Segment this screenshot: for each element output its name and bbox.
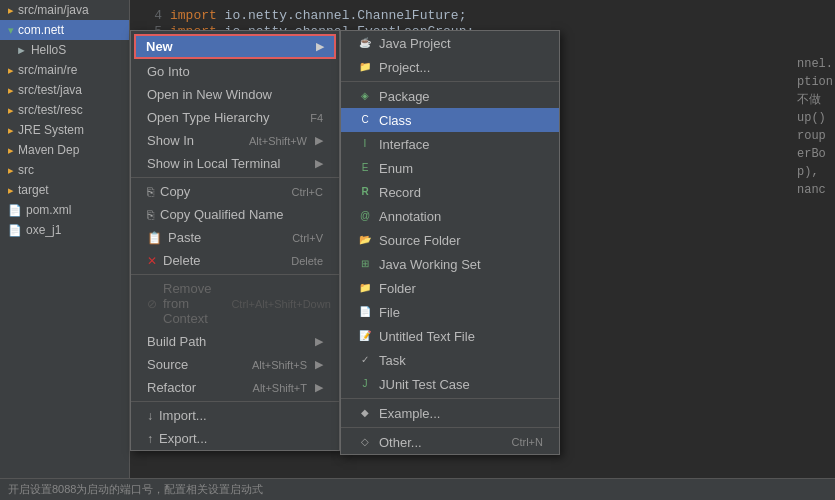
sidebar-item-src[interactable]: ▸ src (0, 160, 129, 180)
record-icon: R (357, 184, 373, 200)
ctx-item-package[interactable]: ◈ Package (341, 84, 559, 108)
ctx-item-build-path[interactable]: Build Path ▶ (131, 330, 339, 353)
paste-icon: 📋 (147, 231, 162, 245)
ctx-item-other[interactable]: ◇ Other... Ctrl+N (341, 430, 559, 454)
folder-icon: ▸ (8, 164, 14, 177)
sidebar: ▸ src/main/java ▾ com.nett ► HelloS ▸ sr… (0, 0, 130, 500)
ctx-item-copy[interactable]: ⎘ Copy Ctrl+C (131, 180, 339, 203)
ctx-item-file[interactable]: 📄 File (341, 300, 559, 324)
folder-icon: 📁 (357, 280, 373, 296)
export-icon: ↑ (147, 432, 153, 446)
file-icon: 📄 (8, 224, 22, 237)
annotation-icon: @ (357, 208, 373, 224)
separator (341, 398, 559, 399)
sidebar-item-src-test-java[interactable]: ▸ src/test/java (0, 80, 129, 100)
import-icon: ↓ (147, 409, 153, 423)
arrow-icon: ▶ (315, 358, 323, 371)
ctx-item-show-in[interactable]: Show In Alt+Shift+W ▶ (131, 129, 339, 152)
status-text: 开启设置8088为启动的端口号，配置相关设置启动式 (8, 482, 263, 497)
enum-icon: E (357, 160, 373, 176)
untitled-file-icon: 📝 (357, 328, 373, 344)
ctx-item-untitled-text-file[interactable]: 📝 Untitled Text File (341, 324, 559, 348)
sidebar-item-src-main-java[interactable]: ▸ src/main/java (0, 0, 129, 20)
ctx-item-project[interactable]: 📁 Project... (341, 55, 559, 79)
right-panel-text: nnel. ption 不做 up() roup erBo p), nanc (797, 55, 833, 199)
separator (131, 401, 339, 402)
ctx-item-interface[interactable]: I Interface (341, 132, 559, 156)
ctx-item-source-folder[interactable]: 📂 Source Folder (341, 228, 559, 252)
example-icon: ◆ (357, 405, 373, 421)
context-menu-level1: New ▶ Go Into Open in New Window Open Ty… (130, 30, 340, 451)
java-project-icon: ☕ (357, 35, 373, 51)
sidebar-item-src-main-re[interactable]: ▸ src/main/re (0, 60, 129, 80)
folder-icon: ▸ (8, 184, 14, 197)
folder-icon: ▸ (8, 4, 14, 17)
sidebar-item-pom[interactable]: 📄 pom.xml (0, 200, 129, 220)
delete-icon: ✕ (147, 254, 157, 268)
sidebar-item-oxe[interactable]: 📄 oxe_j1 (0, 220, 129, 240)
ctx-item-source[interactable]: Source Alt+Shift+S ▶ (131, 353, 339, 376)
arrow-icon: ▶ (315, 157, 323, 170)
ctx-item-class[interactable]: C Class (341, 108, 559, 132)
ctx-item-java-working-set[interactable]: ⊞ Java Working Set (341, 252, 559, 276)
other-icon: ◇ (357, 434, 373, 450)
sidebar-item-target[interactable]: ▸ target (0, 180, 129, 200)
folder-icon: ▸ (8, 84, 14, 97)
folder-icon: ▸ (8, 124, 14, 137)
ctx-item-delete[interactable]: ✕ Delete Delete (131, 249, 339, 272)
ctx-item-export[interactable]: ↑ Export... (131, 427, 339, 450)
separator (341, 81, 559, 82)
ctx-item-open-new-window[interactable]: Open in New Window (131, 83, 339, 106)
working-set-icon: ⊞ (357, 256, 373, 272)
package-icon: ◈ (357, 88, 373, 104)
ctx-item-open-type-hierarchy[interactable]: Open Type Hierarchy F4 (131, 106, 339, 129)
ctx-item-example[interactable]: ◆ Example... (341, 401, 559, 425)
sidebar-item-src-test-resc[interactable]: ▸ src/test/resc (0, 100, 129, 120)
status-bar: 开启设置8088为启动的端口号，配置相关设置启动式 (0, 478, 835, 500)
ctx-item-copy-qualified-name[interactable]: ⎘ Copy Qualified Name (131, 203, 339, 226)
project-icon: 📁 (357, 59, 373, 75)
ctx-item-folder[interactable]: 📁 Folder (341, 276, 559, 300)
ctx-item-go-into[interactable]: Go Into (131, 60, 339, 83)
task-icon: ✓ (357, 352, 373, 368)
junit-icon: J (357, 376, 373, 392)
folder-icon: ▸ (8, 64, 14, 77)
file-icon: 📄 (8, 204, 22, 217)
ctx-item-refactor[interactable]: Refactor Alt+Shift+T ▶ (131, 376, 339, 399)
ctx-item-paste[interactable]: 📋 Paste Ctrl+V (131, 226, 339, 249)
sidebar-item-maven[interactable]: ▸ Maven Dep (0, 140, 129, 160)
ctx-item-new[interactable]: New ▶ (134, 34, 336, 59)
folder-icon: ▸ (8, 104, 14, 117)
ctx-item-enum[interactable]: E Enum (341, 156, 559, 180)
folder-icon: ▸ (8, 144, 14, 157)
file-icon: ► (16, 44, 27, 56)
source-folder-icon: 📂 (357, 232, 373, 248)
interface-icon: I (357, 136, 373, 152)
separator (131, 177, 339, 178)
file-icon: 📄 (357, 304, 373, 320)
sidebar-item-com-nett[interactable]: ▾ com.nett (0, 20, 129, 40)
sidebar-item-jre[interactable]: ▸ JRE System (0, 120, 129, 140)
arrow-icon: ▶ (316, 40, 324, 53)
ctx-item-remove-context[interactable]: ⊘ Remove from Context Ctrl+Alt+Shift+Dow… (131, 277, 339, 330)
remove-icon: ⊘ (147, 297, 157, 311)
ctx-item-record[interactable]: R Record (341, 180, 559, 204)
ctx-item-import[interactable]: ↓ Import... (131, 404, 339, 427)
copy-icon: ⎘ (147, 185, 154, 199)
class-icon: C (357, 112, 373, 128)
arrow-icon: ▶ (315, 134, 323, 147)
arrow-icon: ▶ (315, 381, 323, 394)
ctx-item-junit-test-case[interactable]: J JUnit Test Case (341, 372, 559, 396)
arrow-icon: ▶ (315, 335, 323, 348)
package-icon: ▾ (8, 24, 14, 37)
copy-qualified-icon: ⎘ (147, 208, 154, 222)
separator (131, 274, 339, 275)
context-menu-level2: ☕ Java Project 📁 Project... ◈ Package C … (340, 30, 560, 455)
code-line-4: 4 import io.netty.channel.ChannelFuture; (142, 8, 823, 23)
sidebar-item-hellos[interactable]: ► HelloS (0, 40, 129, 60)
ctx-item-annotation[interactable]: @ Annotation (341, 204, 559, 228)
ctx-item-show-local-terminal[interactable]: Show in Local Terminal ▶ (131, 152, 339, 175)
ctx-item-task[interactable]: ✓ Task (341, 348, 559, 372)
ctx-item-java-project[interactable]: ☕ Java Project (341, 31, 559, 55)
separator (341, 427, 559, 428)
